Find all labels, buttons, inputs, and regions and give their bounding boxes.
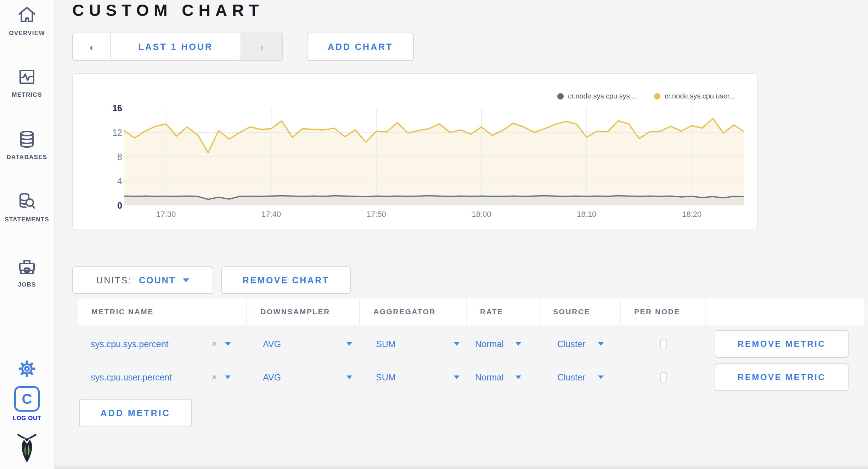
toolbar: ‹ LAST 1 HOUR › ADD CHART — [72, 33, 414, 61]
sidebar-item-label: OVERVIEW — [9, 30, 45, 37]
sidebar: OVERVIEW METRICS DATABASES — [0, 0, 55, 469]
page-title: CUSTOM CHART — [72, 1, 264, 20]
logout-button[interactable]: C LOG OUT — [0, 386, 54, 422]
cockroach-bug-logo — [0, 433, 54, 463]
caret-down-icon — [598, 342, 604, 346]
sidebar-item-metrics[interactable]: METRICS — [0, 67, 54, 98]
sidebar-item-label: DATABASES — [7, 154, 47, 161]
source-dropdown[interactable]: Cluster — [540, 339, 621, 349]
legend-dot-user — [654, 93, 660, 100]
chevron-left-icon: ‹ — [89, 41, 93, 53]
chart-card: cr.node.sys.cpu.sys.... cr.node.sys.cpu.… — [72, 73, 757, 230]
caret-down-icon — [183, 278, 189, 282]
remove-chart-button[interactable]: REMOVE CHART — [221, 266, 351, 294]
metrics-table: METRIC NAME DOWNSAMPLER AGGREGATOR RATE … — [78, 299, 864, 391]
col-header-downsampler: DOWNSAMPLER — [247, 299, 360, 325]
sidebar-item-label: JOBS — [18, 281, 36, 288]
sidebar-item-overview[interactable]: OVERVIEW — [0, 4, 54, 37]
caret-down-icon — [515, 375, 521, 379]
caret-down-icon — [454, 342, 460, 346]
sidebar-item-statements[interactable]: STATEMENTS — [0, 191, 54, 223]
caret-down-icon — [346, 342, 352, 346]
sidebar-item-label: STATEMENTS — [5, 216, 49, 223]
downsampler-dropdown[interactable]: AVG — [247, 372, 360, 383]
col-header-aggregator: AGGREGATOR — [360, 299, 467, 325]
settings-button[interactable] — [0, 358, 54, 380]
legend-dot-sys — [557, 93, 564, 100]
caret-down-icon — [454, 375, 460, 379]
statements-icon — [17, 191, 37, 212]
caret-down-icon — [346, 375, 352, 379]
per-node-checkbox[interactable] — [660, 372, 667, 383]
table-header-row: METRIC NAME DOWNSAMPLER AGGREGATOR RATE … — [78, 299, 864, 325]
metrics-icon — [17, 67, 37, 87]
y-axis-tick-label: 4 — [92, 176, 122, 186]
actions-cell: REMOVE METRIC — [706, 330, 864, 358]
per-node-cell — [621, 372, 706, 383]
y-axis-tick-label: 0 — [92, 200, 122, 211]
x-axis-tick-label: 17:50 — [355, 210, 398, 219]
aggregator-dropdown[interactable]: SUM — [360, 339, 467, 349]
caret-down-icon[interactable] — [225, 342, 231, 346]
col-header-rate: RATE — [467, 299, 540, 325]
col-header-actions — [706, 299, 864, 325]
sidebar-item-jobs[interactable]: JOBS — [0, 256, 54, 288]
per-node-checkbox[interactable] — [660, 339, 667, 349]
caret-down-icon[interactable] — [225, 375, 231, 379]
chart-controls: UNITS: COUNT REMOVE CHART — [72, 266, 351, 294]
add-chart-button[interactable]: ADD CHART — [307, 33, 414, 61]
caret-down-icon — [598, 375, 604, 379]
custom-chart-page: OVERVIEW METRICS DATABASES — [0, 0, 868, 469]
caret-down-icon — [515, 342, 521, 346]
chevron-right-icon: › — [260, 41, 264, 53]
remove-metric-button[interactable]: REMOVE METRIC — [715, 330, 849, 358]
cockroach-c-icon: C — [14, 386, 40, 412]
x-axis-tick-label: 18:00 — [460, 210, 503, 219]
units-dropdown[interactable]: UNITS: COUNT — [72, 266, 213, 294]
briefcase-icon — [17, 256, 37, 277]
actions-cell: REMOVE METRIC — [706, 363, 864, 391]
bottom-shadow — [55, 464, 868, 469]
table-row: sys.cpu.user.percent × AVG SUM Normal Cl… — [78, 363, 864, 391]
x-axis-labels: 17:3017:4017:5018:0018:1018:20 — [124, 210, 744, 220]
y-axis-tick-label: 12 — [92, 128, 122, 138]
x-axis-tick-label: 17:40 — [250, 210, 292, 219]
add-metric-button[interactable]: ADD METRIC — [79, 399, 192, 427]
col-header-source: SOURCE — [540, 299, 621, 325]
time-range-next-button[interactable]: › — [241, 33, 282, 60]
legend-item-sys[interactable]: cr.node.sys.cpu.sys.... — [557, 92, 638, 100]
remove-metric-button[interactable]: REMOVE METRIC — [715, 363, 849, 391]
col-header-metric-name: METRIC NAME — [78, 299, 247, 325]
metric-name-cell[interactable]: sys.cpu.sys.percent × — [78, 339, 247, 350]
home-icon — [16, 4, 38, 26]
aggregator-dropdown[interactable]: SUM — [360, 372, 467, 383]
logout-label: LOG OUT — [13, 415, 41, 422]
downsampler-dropdown[interactable]: AVG — [247, 339, 360, 349]
gear-icon — [17, 358, 37, 380]
x-axis-tick-label: 17:30 — [145, 210, 187, 219]
legend-item-user[interactable]: cr.node.sys.cpu.user... — [654, 92, 735, 100]
sidebar-item-databases[interactable]: DATABASES — [0, 129, 54, 161]
line-chart-area — [124, 108, 744, 205]
rate-dropdown[interactable]: Normal — [467, 339, 540, 349]
database-icon — [17, 129, 37, 149]
chart-legend: cr.node.sys.cpu.sys.... cr.node.sys.cpu.… — [557, 92, 735, 100]
y-axis-tick-label: 8 — [92, 152, 122, 162]
sidebar-item-label: METRICS — [12, 91, 42, 98]
x-axis-tick-label: 18:20 — [671, 210, 713, 219]
metric-name-cell[interactable]: sys.cpu.user.percent × — [78, 372, 247, 383]
time-range-value[interactable]: LAST 1 HOUR — [111, 33, 241, 60]
clear-metric-icon[interactable]: × — [212, 372, 217, 383]
per-node-cell — [621, 339, 706, 349]
source-dropdown[interactable]: Cluster — [540, 372, 621, 383]
table-row: sys.cpu.sys.percent × AVG SUM Normal Clu… — [78, 330, 864, 358]
rate-dropdown[interactable]: Normal — [467, 372, 540, 383]
time-range-picker: ‹ LAST 1 HOUR › — [72, 33, 283, 61]
clear-metric-icon[interactable]: × — [212, 339, 217, 350]
time-range-prev-button[interactable]: ‹ — [73, 33, 111, 60]
x-axis-tick-label: 18:10 — [565, 210, 608, 219]
y-axis-labels: 1612840 — [92, 108, 122, 205]
y-axis-tick-label: 16 — [92, 103, 122, 113]
col-header-per-node: PER NODE — [621, 299, 706, 325]
